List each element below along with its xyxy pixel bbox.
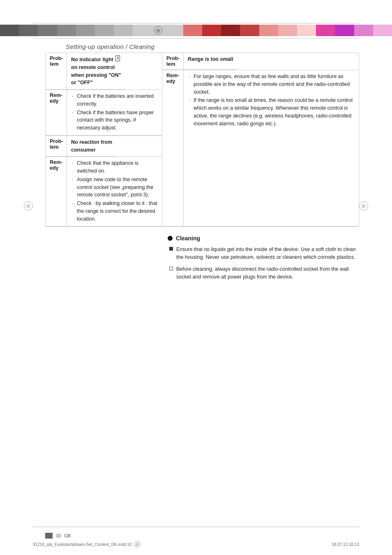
cleaning-item-1-text: Ensure that no liquids get into the insi… bbox=[176, 246, 359, 261]
page-number: 10 bbox=[56, 533, 61, 538]
list-item: Check · by walking closer to it · that t… bbox=[71, 200, 158, 223]
cleaning-bullet-icon bbox=[168, 236, 173, 241]
section-divider-line bbox=[33, 38, 359, 39]
right-label-2: Rem-edy bbox=[162, 70, 184, 226]
footer: 91210_silv_Funksteckdosen-Set_Content_DK… bbox=[33, 541, 359, 548]
bottom-decorative-line bbox=[33, 527, 359, 527]
right-problem-table: Prob-lem Range is too small Rem-edy For … bbox=[162, 53, 359, 227]
left-content-1: No indicator light 1 on remote control w… bbox=[67, 53, 125, 90]
left-problem-row-1: Prob-lem No indicator light 1 on remote … bbox=[46, 53, 162, 90]
list-item: Check if the batteries are inserted corr… bbox=[71, 92, 158, 108]
left-label-2: Rem-edy bbox=[46, 90, 67, 136]
footer-right-text: 18.07.13 10:13 bbox=[332, 542, 359, 547]
right-crosshair-icon: ⊕ bbox=[359, 201, 368, 210]
cleaning-heading: Cleaning bbox=[176, 235, 200, 242]
right-content-1: Range is too small bbox=[184, 53, 237, 70]
cleaning-list: Ensure that no liquids get into the insi… bbox=[169, 246, 359, 281]
page-number-box bbox=[45, 533, 53, 539]
left-content-3: No reaction fromconsumer bbox=[67, 136, 116, 157]
main-content: Prob-lem No indicator light 1 on remote … bbox=[45, 53, 359, 285]
section-title: Setting-up operation / Cleaning bbox=[66, 43, 154, 50]
left-remedy-row-2: Rem-edy Check that the appliance is swit… bbox=[46, 157, 162, 226]
empty-bullet-icon bbox=[169, 267, 173, 270]
cleaning-item-1: Ensure that no liquids get into the insi… bbox=[169, 246, 359, 261]
left-remedy-list-2: Check that the appliance is switched on.… bbox=[71, 159, 158, 223]
left-remedy-content-2: Check that the appliance is switched on.… bbox=[67, 157, 162, 226]
right-remedy-list-1: For large ranges, ensure that as few wal… bbox=[188, 73, 355, 127]
left-label-3: Prob-lem bbox=[46, 136, 67, 157]
left-remedy-list-1: Check if the batteries are inserted corr… bbox=[71, 92, 158, 132]
footnote-1: 1 bbox=[115, 55, 120, 61]
right-problem-row-1: Prob-lem Range is too small bbox=[162, 53, 359, 70]
language-code: GB bbox=[64, 533, 71, 538]
right-remedy-content-1: For large ranges, ensure that as few wal… bbox=[184, 70, 359, 226]
cleaning-item-2: Before cleaning, always disconnect the r… bbox=[169, 265, 359, 281]
list-item: Assign new code to the remote control so… bbox=[71, 176, 158, 199]
list-item: If the range is too small at times, the … bbox=[188, 97, 355, 127]
left-label-1: Prob-lem bbox=[46, 53, 67, 90]
list-item: Check if the batteries have proper conta… bbox=[71, 109, 158, 132]
list-item: Check that the appliance is switched on. bbox=[71, 159, 158, 175]
left-problem-table: Prob-lem No indicator light 1 on remote … bbox=[45, 53, 162, 227]
left-problem-row-2: Prob-lem No reaction fromconsumer bbox=[46, 136, 162, 157]
left-remedy-content-1: Check if the batteries are inserted corr… bbox=[67, 90, 162, 136]
left-crosshair-icon: ⊕ bbox=[24, 201, 33, 210]
cleaning-title: Cleaning bbox=[168, 235, 359, 242]
footer-left: 91210_silv_Funksteckdosen-Set_Content_DK… bbox=[33, 541, 141, 548]
page-number-area: 10 GB bbox=[45, 533, 71, 539]
top-decorative-line bbox=[33, 23, 359, 23]
footer-crosshair-icon: ⊕ bbox=[134, 541, 141, 548]
filled-bullet-icon bbox=[169, 247, 173, 251]
left-remedy-row-1: Rem-edy Check if the batteries are inser… bbox=[46, 90, 162, 136]
cleaning-item-2-text: Before cleaning, always disconnect the r… bbox=[176, 265, 359, 281]
trouble-shooting-grid: Prob-lem No indicator light 1 on remote … bbox=[45, 53, 359, 227]
right-remedy-row-1: Rem-edy For large ranges, ensure that as… bbox=[162, 70, 359, 226]
cleaning-section: Cleaning Ensure that no liquids get into… bbox=[168, 235, 359, 281]
footer-left-text: 91210_silv_Funksteckdosen-Set_Content_DK… bbox=[33, 542, 131, 547]
list-item: For large ranges, ensure that as few wal… bbox=[188, 73, 355, 96]
left-label-4: Rem-edy bbox=[46, 157, 67, 226]
right-label-1: Prob-lem bbox=[162, 53, 184, 70]
header-color-bar: ⊕ bbox=[0, 25, 392, 36]
